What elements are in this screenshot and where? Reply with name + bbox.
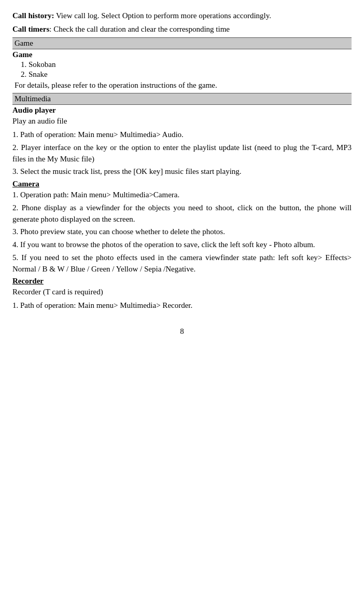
recorder-label: Recorder (T card is required) <box>12 287 352 298</box>
recorder-subsection: Recorder <box>12 277 352 286</box>
multimedia-section-header: Multimedia <box>12 93 352 105</box>
game-section-header: Game <box>12 37 352 49</box>
camera-step-3: 3. Photo preview state, you can choose w… <box>12 226 352 238</box>
call-history-text: View call log. Select Option to perform … <box>54 11 271 20</box>
camera-subsection: Camera <box>12 180 352 188</box>
audio-step-1: 1. Path of operation: Main menu> Multime… <box>12 129 352 141</box>
call-timers-label: Call timers <box>12 25 49 33</box>
game-subsection-label: Game <box>12 50 352 59</box>
game-item-1: 1. Sokoban <box>12 60 352 69</box>
call-timers-paragraph: Call timers: Check the call duration and… <box>12 24 352 35</box>
play-audio-label: Play an audio file <box>12 116 352 127</box>
game-item-2: 2. Snake <box>12 70 352 79</box>
recorder-step-1: 1. Path of operation: Main menu> Multime… <box>12 300 352 311</box>
call-history-paragraph: Call history: View call log. Select Opti… <box>12 10 352 22</box>
camera-step-5: 5. If you need to set the photo effects … <box>12 252 352 275</box>
camera-step-4: 4. If you want to browse the photos of t… <box>12 239 352 251</box>
call-timers-text: : Check the call duration and clear the … <box>49 25 230 33</box>
game-note: For details, please refer to the operati… <box>12 80 352 91</box>
camera-step-2: 2. Phone display as a viewfinder for the… <box>12 202 352 225</box>
audio-step-3: 3. Select the music track list, press th… <box>12 166 352 178</box>
call-history-label: Call history: <box>12 11 54 20</box>
audio-player-subsection: Audio player <box>12 106 352 115</box>
page-number: 8 <box>12 327 352 336</box>
camera-step-1: 1. Operation path: Main menu> Multimedia… <box>12 189 352 201</box>
audio-step-2: 2. Player interface on the key or the op… <box>12 142 352 165</box>
